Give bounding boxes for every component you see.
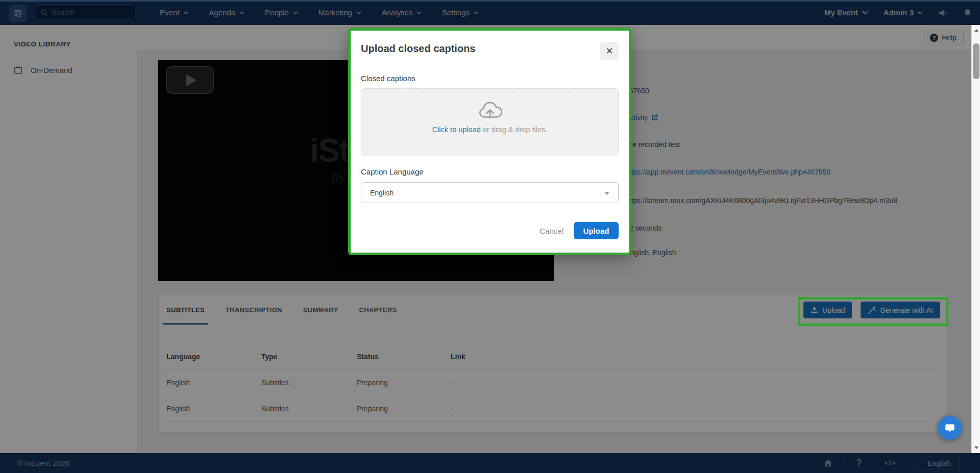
caption-language-select[interactable]: English — [361, 182, 619, 203]
arrow-up-icon — [974, 29, 978, 32]
scrollbar-up-arrow[interactable] — [972, 26, 980, 35]
scrollbar-down-arrow[interactable] — [972, 443, 980, 452]
click-to-upload-link[interactable]: Click to upload — [432, 126, 481, 134]
chat-icon — [944, 422, 955, 434]
selected-language-value: English — [370, 189, 394, 197]
upload-captions-modal: Upload closed captions ✕ Closed captions… — [348, 28, 631, 255]
modal-title: Upload closed captions — [361, 43, 475, 55]
file-dropzone[interactable]: Click to uploador drag & drop files. — [361, 88, 619, 156]
dropzone-text: Click to uploador drag & drop files. — [361, 126, 618, 134]
cloud-upload-icon — [477, 102, 503, 120]
scrollbar-thumb[interactable] — [973, 43, 979, 79]
cancel-button[interactable]: Cancel — [540, 222, 564, 239]
chat-launcher-button[interactable] — [938, 416, 962, 440]
close-icon: ✕ — [605, 45, 613, 57]
annotation-highlight-buttons — [798, 297, 948, 326]
page-scrollbar[interactable] — [971, 25, 980, 453]
modal-close-button[interactable]: ✕ — [600, 42, 619, 60]
select-caret-icon — [604, 192, 609, 195]
arrow-down-icon — [974, 446, 978, 449]
closed-captions-label: Closed captions — [361, 74, 415, 83]
caption-language-label: Caption Language — [361, 167, 424, 176]
modal-upload-button[interactable]: Upload — [574, 222, 619, 239]
